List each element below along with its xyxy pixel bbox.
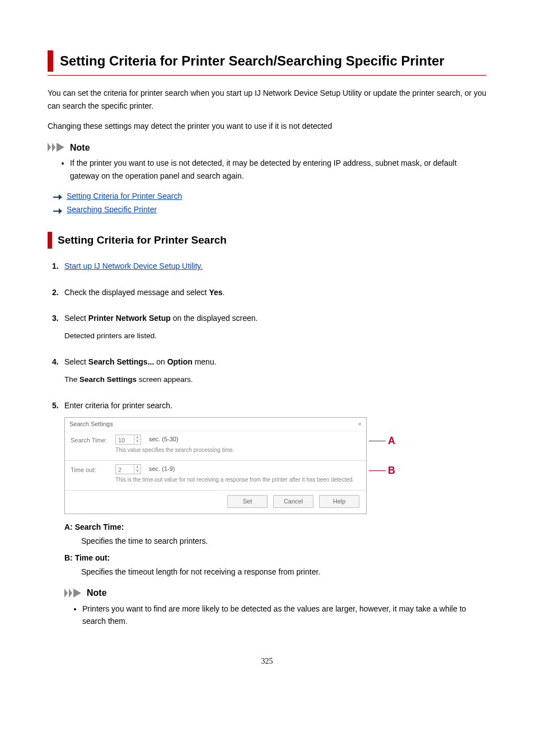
inner-note-heading: Note	[64, 586, 486, 600]
timeout-value: 2	[116, 465, 134, 474]
dialog-title: Search Settings	[69, 419, 113, 430]
step-4-sub-a: The	[64, 375, 79, 384]
svg-marker-4	[69, 589, 72, 598]
step-2-yes: Yes	[209, 288, 222, 297]
descr-a-label: A: Search Time:	[64, 521, 486, 533]
inner-note-item: Printers you want to find are more likel…	[82, 603, 486, 628]
step-5-text: Enter criteria for printer search.	[64, 401, 172, 410]
descr-b-label: B: Time out:	[64, 552, 486, 564]
intro-paragraph-2: Changing these settings may detect the p…	[48, 120, 486, 132]
timeout-hint: This is the time-out value for not recei…	[115, 475, 360, 484]
step-4-bold-d: Option	[167, 357, 193, 366]
close-icon[interactable]: ×	[358, 419, 362, 430]
step-4: Select Search Settings... on Option menu…	[64, 356, 486, 386]
step-2: Check the displayed message and select Y…	[64, 286, 486, 298]
timeout-label: Time out:	[71, 464, 115, 484]
note-icon	[48, 143, 67, 152]
svg-marker-3	[64, 589, 68, 598]
svg-marker-2	[57, 143, 64, 152]
step-2-period: .	[223, 288, 225, 297]
spinner-down-icon[interactable]: ▼	[134, 440, 140, 444]
link-searching-specific[interactable]: Searching Specific Printer	[67, 203, 157, 216]
timeout-unit: sec. (1-9)	[149, 464, 175, 474]
search-settings-dialog: Search Settings × Search Time: 10 ▲▼ sec…	[64, 417, 367, 514]
step-4-text-a: Select	[64, 357, 88, 366]
descr-b-text: Specifies the timeout length for not rec…	[64, 566, 486, 578]
note-label: Note	[87, 586, 107, 600]
note-heading: Note	[48, 141, 486, 155]
link-row: Setting Criteria for Printer Search	[48, 190, 486, 202]
annotation-b: B	[369, 463, 395, 479]
step-4-text-c: on	[154, 357, 167, 366]
step-4-bold-b: Search Settings...	[88, 357, 154, 366]
svg-marker-0	[48, 143, 51, 152]
note-icon	[64, 589, 83, 598]
svg-marker-1	[52, 143, 55, 152]
search-time-hint: This value specifies the search processi…	[115, 446, 360, 455]
page-number: 325	[48, 655, 486, 668]
step-3-text-c: on the displayed screen.	[171, 314, 258, 323]
descr-a-text: Specifies the time to search printers.	[64, 535, 486, 547]
intro-paragraph-1: You can set the criteria for printer sea…	[48, 87, 486, 112]
spinner-down-icon[interactable]: ▼	[134, 469, 140, 474]
step-5: Enter criteria for printer search. Searc…	[64, 399, 486, 628]
arrow-right-icon	[53, 206, 62, 214]
svg-marker-5	[73, 589, 81, 598]
search-time-value: 10	[116, 435, 134, 444]
section-title: Setting Criteria for Printer Search	[48, 232, 486, 249]
set-button[interactable]: Set	[227, 495, 268, 508]
help-button[interactable]: Help	[319, 495, 359, 508]
cancel-button[interactable]: Cancel	[273, 495, 313, 508]
arrow-right-icon	[53, 192, 62, 200]
note-item: If the printer you want to use is not de…	[70, 157, 486, 182]
step-3-bold: Printer Network Setup	[88, 314, 171, 323]
note-label: Note	[70, 141, 90, 155]
annotation-a-label: A	[388, 433, 395, 449]
step-3-sub: Detected printers are listed.	[64, 330, 486, 342]
step-1-link[interactable]: Start up IJ Network Device Setup Utility…	[64, 262, 203, 270]
step-4-sub-b: Search Settings	[79, 375, 137, 384]
page-title: Setting Criteria for Printer Search/Sear…	[48, 50, 486, 72]
step-4-text-e: menu.	[193, 357, 217, 366]
link-row: Searching Specific Printer	[48, 203, 486, 216]
step-2-text: Check the displayed message and select	[64, 288, 209, 297]
search-time-label: Search Time:	[71, 435, 115, 455]
annotation-b-label: B	[388, 463, 395, 479]
link-setting-criteria[interactable]: Setting Criteria for Printer Search	[67, 190, 182, 202]
step-1: Start up IJ Network Device Setup Utility…	[64, 260, 486, 272]
annotation-a: A	[369, 433, 395, 449]
timeout-spinner[interactable]: 2 ▲▼	[115, 464, 141, 474]
step-3-text-a: Select	[64, 314, 88, 323]
step-4-sub: The Search Settings screen appears.	[64, 374, 486, 386]
spinner-up-icon[interactable]: ▲	[134, 465, 140, 470]
spinner-up-icon[interactable]: ▲	[134, 435, 140, 440]
search-time-spinner[interactable]: 10 ▲▼	[115, 435, 141, 445]
search-time-unit: sec. (5-30)	[149, 435, 179, 445]
step-4-sub-c: screen appears.	[137, 375, 193, 384]
step-3: Select Printer Network Setup on the disp…	[64, 312, 486, 342]
